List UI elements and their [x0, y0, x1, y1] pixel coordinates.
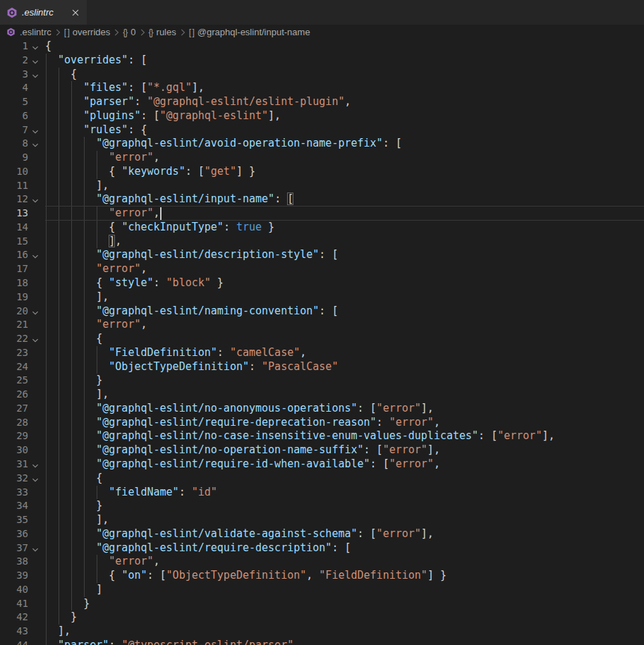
code-line[interactable]: 12 "@graphql-eslint/input-name": [ — [0, 192, 644, 207]
code-text: "files": ["*.gql"], — [45, 81, 205, 95]
chevron-down-icon[interactable] — [31, 460, 42, 469]
code-line[interactable]: 13 "error", — [0, 207, 644, 221]
line-number: 10 — [0, 165, 28, 179]
eslint-icon — [6, 27, 16, 37]
code-line[interactable]: 5 "parser": "@graphql-eslint/eslint-plug… — [0, 95, 644, 109]
code-text: { "on": ["ObjectTypeDefinition", "FieldD… — [45, 569, 446, 583]
code-line[interactable]: 26 ], — [0, 388, 644, 402]
chevron-down-icon[interactable] — [31, 474, 42, 483]
code-area[interactable]: 1 {2 "overrides": [3 {4 "files": ["*.gql… — [0, 39, 644, 645]
chevron-right-icon — [178, 27, 188, 37]
code-line[interactable]: 32 { — [0, 472, 644, 486]
line-number: 44 — [0, 639, 28, 645]
breadcrumb-item[interactable]: [ ]overrides — [64, 27, 110, 37]
code-line[interactable]: 6 "plugins": ["@graphql-eslint"], — [0, 109, 644, 123]
line-number: 21 — [0, 318, 28, 332]
chevron-down-icon[interactable] — [31, 126, 42, 135]
chevron-down-icon[interactable] — [31, 307, 42, 316]
code-line[interactable]: 17 "error", — [0, 262, 644, 276]
code-text: "@graphql-eslint/avoid-operation-name-pr… — [45, 137, 402, 151]
code-line[interactable]: 35 ], — [0, 513, 644, 527]
chevron-down-icon[interactable] — [31, 544, 42, 553]
code-line[interactable]: 31 "@graphql-eslint/require-id-when-avai… — [0, 457, 644, 472]
chevron-down-icon[interactable] — [31, 335, 42, 343]
line-number: 4 — [0, 81, 28, 95]
code-line[interactable]: 20 "@graphql-eslint/naming-convention": … — [0, 305, 644, 319]
code-line[interactable]: 33 "fieldName": "id" — [0, 486, 644, 500]
code-line[interactable]: 7 "rules": { — [0, 123, 644, 137]
chevron-down-icon[interactable] — [31, 70, 42, 79]
code-text: { "keywords": ["get"] } — [45, 165, 255, 179]
code-line[interactable]: 1 { — [0, 39, 644, 54]
code-line[interactable]: 8 "@graphql-eslint/avoid-operation-name-… — [0, 137, 644, 151]
code-text: "@graphql-eslint/require-description": [ — [45, 541, 351, 555]
code-line[interactable]: 34 } — [0, 499, 644, 513]
code-line[interactable]: 28 "@graphql-eslint/require-deprecation-… — [0, 416, 644, 430]
code-line[interactable]: 24 "ObjectTypeDefinition": "PascalCase" — [0, 360, 644, 374]
code-line[interactable]: 38 "error", — [0, 555, 644, 569]
code-line[interactable]: 18 { "style": "block" } — [0, 276, 644, 290]
code-line[interactable]: 14 { "checkInputType": true } — [0, 221, 644, 235]
array-symbol-icon: [ ] — [189, 27, 194, 37]
breadcrumb-label: .eslintrc — [20, 27, 51, 37]
code-text: ], — [45, 235, 121, 249]
breadcrumb-label: overrides — [73, 27, 110, 37]
code-line[interactable]: 41 } — [0, 597, 644, 611]
line-number: 2 — [0, 54, 28, 68]
code-line[interactable]: 23 "FieldDefinition": "camelCase", — [0, 346, 644, 360]
code-line[interactable]: 16 "@graphql-eslint/description-style": … — [0, 248, 644, 262]
code-text: { — [45, 472, 102, 486]
code-line[interactable]: 44 "parser": "@typescript-eslint/parser" — [0, 639, 644, 645]
breadcrumb-label: @graphql-eslint/input-name — [198, 27, 310, 37]
code-line[interactable]: 22 { — [0, 332, 644, 346]
code-line[interactable]: 40 ] — [0, 583, 644, 597]
chevron-down-icon[interactable] — [31, 42, 42, 51]
code-line[interactable]: 25 } — [0, 374, 644, 388]
chevron-down-icon[interactable] — [31, 140, 42, 148]
close-icon[interactable] — [68, 6, 83, 20]
code-line[interactable]: 29 "@graphql-eslint/no-case-insensitive-… — [0, 429, 644, 443]
code-line[interactable]: 11 ], — [0, 179, 644, 193]
code-line[interactable]: 43 ], — [0, 625, 644, 639]
code-text: "error", — [45, 262, 147, 276]
tab-bar: .eslintrc — [0, 0, 644, 25]
line-number: 1 — [0, 39, 28, 54]
line-number: 5 — [0, 95, 28, 109]
breadcrumb-item[interactable]: [ ]@graphql-eslint/input-name — [189, 27, 310, 37]
code-text: { "checkInputType": true } — [45, 221, 274, 235]
code-line[interactable]: 36 "@graphql-eslint/validate-against-sch… — [0, 527, 644, 541]
breadcrumb-item[interactable]: {}0 — [123, 27, 135, 37]
code-line[interactable]: 9 "error", — [0, 151, 644, 165]
code-line[interactable]: 4 "files": ["*.gql"], — [0, 81, 644, 95]
breadcrumb-item[interactable]: {}rules — [149, 27, 176, 37]
breadcrumb-item[interactable]: .eslintrc — [6, 27, 51, 37]
chevron-right-icon — [138, 27, 147, 37]
code-line[interactable]: 21 "error", — [0, 318, 644, 332]
line-number: 16 — [0, 248, 28, 262]
chevron-down-icon[interactable] — [31, 251, 42, 259]
code-line[interactable]: 30 "@graphql-eslint/no-operation-name-su… — [0, 443, 644, 457]
code-line[interactable]: 27 "@graphql-eslint/no-anonymous-operati… — [0, 402, 644, 416]
line-number: 23 — [0, 346, 28, 360]
code-line[interactable]: 15 ], — [0, 235, 644, 249]
chevron-down-icon[interactable] — [31, 56, 42, 65]
chevron-down-icon[interactable] — [31, 195, 42, 204]
line-number: 15 — [0, 235, 28, 249]
breadcrumb-label: 0 — [130, 27, 135, 37]
code-line[interactable]: 37 "@graphql-eslint/require-description"… — [0, 541, 644, 555]
code-line[interactable]: 2 "overrides": [ — [0, 54, 644, 68]
line-number: 41 — [0, 597, 28, 611]
line-number: 42 — [0, 610, 28, 625]
line-number: 35 — [0, 513, 28, 527]
object-symbol-icon: {} — [123, 27, 127, 37]
code-text: "@graphql-eslint/no-anonymous-operations… — [45, 402, 434, 416]
tab-title: .eslintrc — [22, 7, 64, 18]
tab-eslintrc[interactable]: .eslintrc — [0, 0, 87, 25]
code-text: "@graphql-eslint/no-operation-name-suffi… — [45, 443, 440, 457]
code-line[interactable]: 42 } — [0, 610, 644, 625]
code-line[interactable]: 10 { "keywords": ["get"] } — [0, 165, 644, 179]
code-text: "@graphql-eslint/naming-convention": [ — [45, 305, 338, 319]
code-line[interactable]: 39 { "on": ["ObjectTypeDefinition", "Fie… — [0, 569, 644, 583]
code-line[interactable]: 19 ], — [0, 290, 644, 305]
code-line[interactable]: 3 { — [0, 68, 644, 82]
